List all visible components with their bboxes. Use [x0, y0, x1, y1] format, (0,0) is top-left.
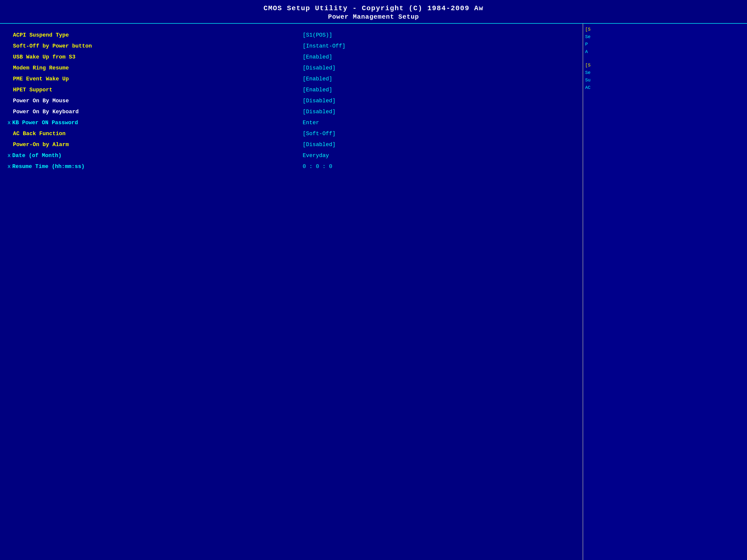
bios-value[interactable]: [S1(POS)]: [303, 32, 575, 38]
right-panel: [SSePA[SSeSuAC: [583, 24, 747, 560]
bios-row[interactable]: xResume Time (hh:mm:ss)0 : 0 : 0: [7, 161, 575, 172]
right-panel-item: [S: [585, 26, 745, 33]
bios-row[interactable]: xDate (of Month)Everyday: [7, 150, 575, 161]
row-prefix: x: [7, 163, 11, 170]
bios-row[interactable]: xKB Power ON PasswordEnter: [7, 117, 575, 128]
bios-value[interactable]: 0 : 0 : 0: [303, 163, 575, 170]
bios-label: Power On By Mouse: [13, 98, 166, 104]
bios-value[interactable]: [Enabled]: [303, 87, 575, 93]
bios-value[interactable]: [Enabled]: [303, 54, 575, 60]
bios-label: AC Back Function: [13, 131, 166, 137]
right-panel-item: A: [585, 49, 745, 55]
row-prefix: x: [7, 120, 11, 126]
bios-row[interactable]: ACPI Suspend Type[S1(POS)]: [7, 30, 575, 41]
header: CMOS Setup Utility - Copyright (C) 1984-…: [0, 0, 747, 24]
bios-row[interactable]: HPET Support[Enabled]: [7, 84, 575, 95]
bios-label: KB Power ON Password: [12, 120, 166, 126]
bios-value[interactable]: [Disabled]: [303, 98, 575, 104]
right-panel-item: Se: [585, 34, 745, 40]
bios-value[interactable]: [Instant-Off]: [303, 43, 575, 49]
bios-label: Resume Time (hh:mm:ss): [12, 163, 166, 170]
right-panel-item: P: [585, 41, 745, 48]
bios-value[interactable]: [Disabled]: [303, 109, 575, 115]
right-panel-item: AC: [585, 84, 745, 91]
bios-value[interactable]: Enter: [303, 120, 575, 126]
right-panel-item: [S: [585, 62, 745, 69]
bios-value[interactable]: [Soft-Off]: [303, 131, 575, 137]
bios-label: Power-On by Alarm: [13, 142, 166, 148]
bios-row[interactable]: PME Event Wake Up[Enabled]: [7, 74, 575, 84]
bios-label: ACPI Suspend Type: [13, 32, 166, 38]
bios-row[interactable]: USB Wake Up from S3[Enabled]: [7, 52, 575, 62]
bios-value[interactable]: Everyday: [303, 153, 575, 159]
bios-value[interactable]: [Disabled]: [303, 65, 575, 71]
main-content: ACPI Suspend Type[S1(POS)]Soft-Off by Po…: [0, 24, 747, 560]
bios-label: HPET Support: [13, 87, 166, 93]
bios-label: USB Wake Up from S3: [13, 54, 166, 60]
right-panel-item: Su: [585, 77, 745, 83]
header-subtitle: Power Management Setup: [0, 13, 747, 21]
bios-label: Soft-Off by Power button: [13, 43, 166, 49]
right-panel-item: Se: [585, 70, 745, 76]
bios-row[interactable]: Soft-Off by Power button[Instant-Off]: [7, 41, 575, 52]
bios-row[interactable]: Power On By Keyboard[Disabled]: [7, 106, 575, 117]
bios-value[interactable]: [Enabled]: [303, 76, 575, 82]
bios-row[interactable]: Power On By Mouse[Disabled]: [7, 95, 575, 106]
left-panel: ACPI Suspend Type[S1(POS)]Soft-Off by Po…: [0, 24, 583, 560]
bios-row[interactable]: Modem Ring Resume[Disabled]: [7, 62, 575, 74]
bios-value[interactable]: [Disabled]: [303, 142, 575, 148]
row-prefix: x: [7, 153, 11, 159]
bios-value-selected[interactable]: [S1(POS)]: [303, 32, 332, 38]
bios-label: Power On By Keyboard: [13, 109, 166, 115]
bios-label: Modem Ring Resume: [13, 65, 166, 71]
bios-label: Date (of Month): [12, 153, 166, 159]
header-title: CMOS Setup Utility - Copyright (C) 1984-…: [0, 4, 747, 12]
bios-row[interactable]: Power-On by Alarm[Disabled]: [7, 139, 575, 150]
bios-label: PME Event Wake Up: [13, 76, 166, 82]
bios-row[interactable]: AC Back Function[Soft-Off]: [7, 128, 575, 139]
bios-screen: CMOS Setup Utility - Copyright (C) 1984-…: [0, 0, 747, 560]
